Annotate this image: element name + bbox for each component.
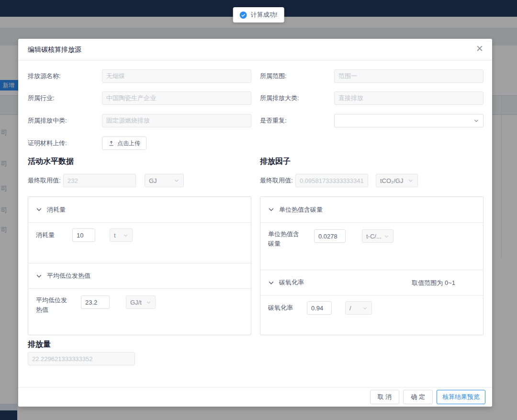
oxidation-rate-panel-title: 碳氧化率 xyxy=(279,278,304,287)
activity-data-heading: 活动水平数据 xyxy=(28,157,74,167)
source-name-label: 排放源名称: xyxy=(28,69,61,83)
consumption-panel-body: 消耗量 t xyxy=(28,223,251,263)
activity-final-unit-select: GJ xyxy=(145,174,184,187)
activity-final-unit-value: GJ xyxy=(149,177,157,184)
oxidation-rate-label: 碳氧化率 xyxy=(268,303,293,313)
header-divider xyxy=(18,60,492,60)
oxidation-rate-unit-select: / xyxy=(345,301,372,315)
upload-button-label: 点击上传 xyxy=(117,139,140,148)
source-name-field xyxy=(102,69,251,83)
chevron-down-icon xyxy=(362,306,368,311)
factor-final-value-label: 最终取用值: xyxy=(260,174,293,187)
emission-major-category-label: 所属排放大类: xyxy=(260,91,299,105)
dialog-footer: 取 消 确 定 核算结果预览 xyxy=(370,390,485,404)
chevron-down-icon xyxy=(268,206,274,213)
activity-final-value-label: 最终取用值: xyxy=(28,174,61,187)
success-check-icon xyxy=(240,11,247,19)
heating-value-panel-header[interactable]: 平均低位发热值 xyxy=(28,263,251,289)
consumption-label: 消耗量 xyxy=(36,230,55,240)
chevron-down-icon xyxy=(123,233,128,238)
toast-message: 计算成功! xyxy=(251,11,278,19)
activity-final-value-field xyxy=(63,174,136,187)
factor-collapse: 单位热值含碳量 单位热值含碳量 t-C/... 碳氧化率 取值范围为 0~1 碳… xyxy=(260,196,483,335)
carbon-content-input[interactable] xyxy=(314,229,346,243)
consumption-panel-title: 消耗量 xyxy=(47,205,66,214)
heating-value-unit-value: GJ/t xyxy=(130,299,142,306)
heating-value-panel-body: 平均低位发热值 GJ/t xyxy=(28,289,251,335)
carbon-content-label: 单位热值含碳量 xyxy=(268,229,304,249)
oxidation-rate-unit-value: / xyxy=(349,305,351,312)
chevron-down-icon xyxy=(268,280,274,286)
activity-collapse: 消耗量 消耗量 t 平均低位发热值 平均低位发热值 GJ/t xyxy=(28,196,251,335)
result-preview-button[interactable]: 核算结果预览 xyxy=(437,390,485,404)
confirm-button[interactable]: 确 定 xyxy=(403,390,433,404)
consumption-input[interactable] xyxy=(72,228,95,242)
upload-icon xyxy=(108,140,114,147)
carbon-content-panel-title: 单位热值含碳量 xyxy=(279,205,323,214)
chevron-down-icon xyxy=(36,206,42,213)
heating-value-input[interactable] xyxy=(81,295,110,309)
heating-value-panel-title: 平均低位发热值 xyxy=(47,272,90,280)
industry-field xyxy=(102,91,251,105)
chevron-down-icon xyxy=(174,178,180,183)
edit-emission-source-dialog: 编辑碳核算排放源 ✕ 排放源名称: 所属范围: 所属行业: 所属排放大类: 所属… xyxy=(18,39,492,407)
factor-final-unit-select: tCO₂/GJ xyxy=(376,174,418,187)
chevron-down-icon xyxy=(408,178,414,183)
chevron-down-icon xyxy=(384,234,389,239)
consumption-unit-select: t xyxy=(110,228,133,242)
chevron-down-icon xyxy=(473,118,479,124)
oxidation-rate-panel-body: 碳氧化率 / xyxy=(260,295,483,335)
emission-factor-heading: 排放因子 xyxy=(260,157,291,167)
chevron-down-icon xyxy=(36,273,42,279)
emission-mid-category-label: 所属排放中类: xyxy=(28,114,67,127)
heating-value-unit-select: GJ/t xyxy=(126,295,156,309)
is-duplicate-label: 是否重复: xyxy=(260,114,287,127)
cancel-button[interactable]: 取 消 xyxy=(370,390,400,404)
emission-major-category-field xyxy=(334,91,483,105)
carbon-content-unit-value: t-C/... xyxy=(366,233,382,240)
carbon-content-panel-body: 单位热值含碳量 t-C/... xyxy=(260,223,483,270)
oxidation-rate-panel-header[interactable]: 碳氧化率 取值范围为 0~1 xyxy=(260,270,483,295)
scope-label: 所属范围: xyxy=(260,69,287,83)
carbon-content-panel-header[interactable]: 单位热值含碳量 xyxy=(260,197,483,223)
proof-upload-label: 证明材料上传: xyxy=(28,136,67,150)
oxidation-rate-input[interactable] xyxy=(307,301,332,315)
chevron-down-icon xyxy=(146,300,151,305)
heating-value-label: 平均低位发热值 xyxy=(36,295,72,315)
oxidation-range-note: 取值范围为 0~1 xyxy=(412,270,455,296)
factor-final-value-field xyxy=(295,174,368,187)
footer-divider xyxy=(18,387,492,387)
consumption-panel-header[interactable]: 消耗量 xyxy=(28,197,251,223)
dialog-title: 编辑碳核算排放源 xyxy=(28,45,81,54)
emission-amount-heading: 排放量 xyxy=(28,340,51,350)
success-toast: 计算成功! xyxy=(233,7,284,23)
is-duplicate-select[interactable] xyxy=(334,114,483,127)
emission-mid-category-field xyxy=(102,114,251,127)
upload-button[interactable]: 点击上传 xyxy=(102,136,146,150)
close-icon[interactable]: ✕ xyxy=(476,44,483,54)
industry-label: 所属行业: xyxy=(28,91,55,105)
consumption-unit-value: t xyxy=(114,232,116,239)
carbon-content-unit-select: t-C/... xyxy=(362,229,393,243)
emission-amount-field xyxy=(28,352,135,365)
scope-field xyxy=(334,69,483,83)
factor-final-unit-value: tCO₂/GJ xyxy=(380,177,403,184)
